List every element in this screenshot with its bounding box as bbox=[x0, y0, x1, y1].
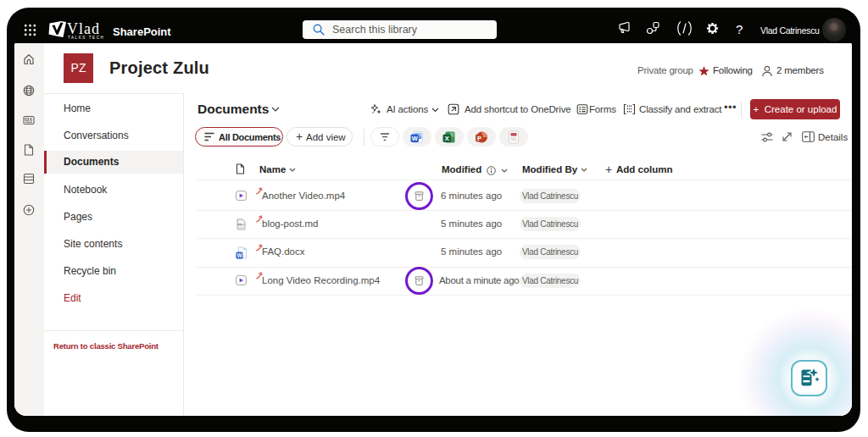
svg-text:P: P bbox=[477, 135, 481, 142]
svg-text:W: W bbox=[236, 252, 242, 258]
svg-text:X: X bbox=[445, 135, 449, 142]
svg-text:W: W bbox=[412, 135, 419, 142]
